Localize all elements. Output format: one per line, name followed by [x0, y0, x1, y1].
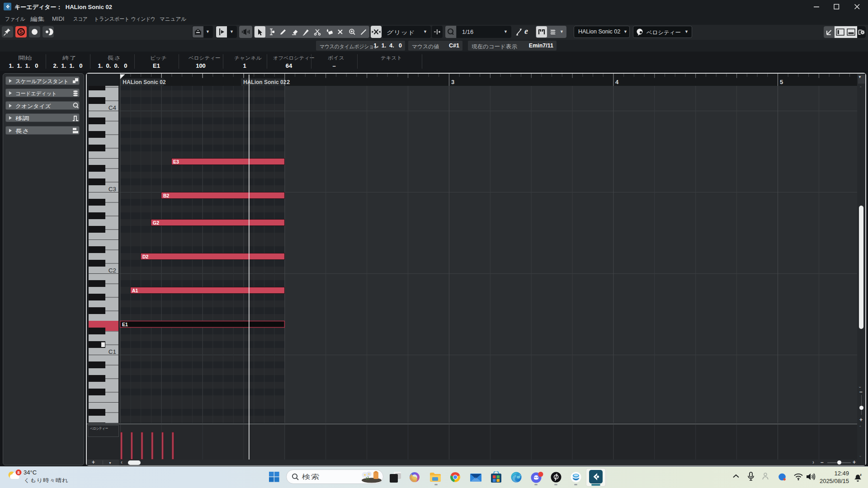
svg-text:E1: E1 [122, 322, 128, 327]
svg-text:C1: C1 [108, 348, 116, 355]
svg-text:HALion Sonic 02: HALion Sonic 02 [123, 79, 166, 85]
svg-text:2: 2 [287, 79, 290, 85]
svg-text:S: S [19, 29, 23, 35]
svg-text:G2: G2 [153, 220, 159, 225]
svg-text:3: 3 [451, 79, 454, 85]
svg-text:D2: D2 [142, 254, 149, 259]
svg-text:C2: C2 [108, 267, 116, 274]
svg-text:E3: E3 [173, 159, 179, 164]
svg-text:5: 5 [780, 79, 783, 85]
svg-text:C4: C4 [108, 104, 117, 111]
svg-text:z: z [860, 473, 862, 477]
svg-text:ベロシティー: ベロシティー [90, 427, 108, 431]
svg-text:HALion Sonic 02: HALion Sonic 02 [243, 79, 287, 85]
svg-text:8: 8 [17, 470, 19, 475]
svg-text:A1: A1 [132, 288, 138, 293]
svg-text:B2: B2 [163, 193, 170, 198]
svg-text:4: 4 [615, 79, 619, 85]
svg-text:C3: C3 [108, 186, 116, 192]
